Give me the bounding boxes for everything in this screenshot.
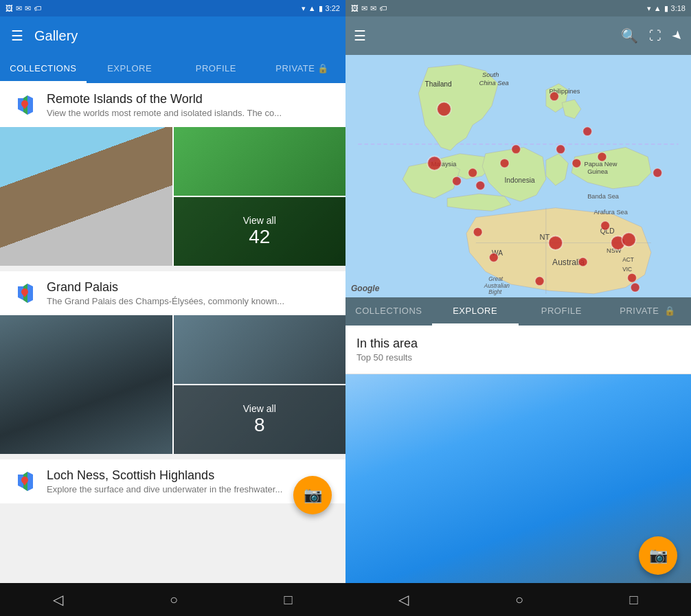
svg-point-46 [549, 236, 563, 249]
camera-icon-left: 📷 [304, 486, 322, 504]
view-all-count-palais: 8 [254, 414, 265, 436]
remote-islands-info: Remote Islands of the World View the wor… [47, 92, 335, 118]
grand-palais-desc: The Grand Palais des Champs-Élysées, com… [47, 296, 335, 306]
beach-image [0, 127, 172, 266]
svg-text:Indonesia: Indonesia [505, 176, 536, 184]
svg-point-39 [476, 181, 485, 190]
palais-main-photo[interactable] [0, 315, 172, 454]
palais-overlay-photo[interactable]: View all 8 [174, 385, 346, 454]
svg-text:Banda Sea: Banda Sea [587, 193, 620, 200]
camera-fab-left[interactable]: 📷 [293, 476, 332, 514]
map-fullscreen-icon[interactable]: ⛶ [649, 29, 661, 43]
grand-palais-info: Grand Palais The Grand Palais des Champs… [47, 280, 335, 306]
maps-icon-palais [11, 280, 38, 307]
loch-ness-desc: Explore the surface and dive underwater … [47, 484, 335, 494]
battery-icon: ▮ [319, 4, 323, 13]
tab-explore[interactable]: EXPLORE [87, 55, 173, 82]
collection-header-grand-palais: Grand Palais The Grand Palais des Champs… [0, 271, 346, 315]
r-mail-icon: ✉ [361, 4, 367, 13]
recent-button-right[interactable]: □ [630, 592, 638, 608]
remote-overlay-photo[interactable]: View all 42 [174, 197, 346, 266]
map-toolbar: ☰ 🔍 ⛶ ➤ [346, 16, 691, 55]
left-content-area: Remote Islands of the World View the wor… [0, 83, 346, 583]
loch-ness-title: Loch Ness, Scottish Highlands [47, 468, 335, 483]
map-navigate-icon[interactable]: ➤ [668, 27, 686, 45]
palais2-photo[interactable] [174, 315, 346, 384]
right-panel: 🖼 ✉ ✉ 🏷 ▾ ▲ ▮ 3:18 ☰ 🔍 ⛶ ➤ [346, 0, 691, 616]
svg-point-43 [598, 152, 607, 161]
r-battery-icon: ▮ [664, 4, 668, 13]
back-button-right[interactable]: ◁ [398, 591, 409, 608]
collections-scroll[interactable]: Remote Islands of the World View the wor… [0, 83, 346, 583]
back-button-left[interactable]: ◁ [53, 591, 63, 608]
camera-fab-right[interactable]: 📷 [639, 536, 677, 575]
right-content-area: 📷 ◁ ○ □ [346, 374, 691, 617]
grand-palais-grid: View all 8 [0, 315, 346, 454]
in-this-area-subtitle: Top 50 results [356, 352, 680, 363]
home-button-left[interactable]: ○ [170, 592, 178, 608]
svg-text:Guinea: Guinea [587, 168, 609, 175]
home-button-right[interactable]: ○ [515, 592, 523, 608]
right-status-right: ▾ ▲ ▮ 3:18 [647, 4, 686, 13]
palais2-image [174, 315, 346, 384]
svg-point-35 [550, 92, 558, 101]
remote-forest-photo[interactable] [174, 127, 346, 196]
right-lock-icon: 🔒 [664, 306, 676, 316]
svg-point-41 [556, 145, 565, 154]
svg-point-37 [500, 159, 509, 168]
tag-icon: 🏷 [34, 4, 41, 12]
recent-button-left[interactable]: □ [284, 592, 293, 608]
map-toolbar-right: 🔍 ⛶ ➤ [621, 27, 683, 44]
maps-icon-remote [11, 91, 38, 119]
collection-card-grand-palais: Grand Palais The Grand Palais des Champs… [0, 271, 346, 454]
green-image [174, 127, 346, 196]
mail2-icon: ✉ [25, 4, 31, 13]
grand-palais-title: Grand Palais [47, 280, 335, 295]
collection-header-remote-islands: Remote Islands of the World View the wor… [0, 83, 346, 127]
gallery-title: Gallery [34, 28, 335, 44]
svg-text:Thailand: Thailand [425, 80, 452, 88]
left-nav-bar: ◁ ○ □ [0, 583, 346, 616]
right-tab-private[interactable]: PRIVATE 🔒 [604, 297, 691, 324]
right-tab-explore[interactable]: EXPLORE [432, 297, 519, 324]
menu-icon[interactable]: ☰ [11, 27, 23, 44]
tab-private[interactable]: PRIVATE 🔒 [259, 55, 346, 82]
view-all-overlay-palais[interactable]: View all 8 [174, 385, 346, 454]
r-tag-icon: 🏷 [379, 4, 387, 12]
r-wifi-icon: ▾ [647, 4, 651, 13]
tab-profile[interactable]: PROFILE [173, 55, 260, 82]
r-time-display: 3:18 [671, 4, 686, 12]
svg-text:NT: NT [540, 233, 550, 241]
right-status-icons: 🖼 ✉ ✉ 🏷 [351, 4, 387, 13]
svg-text:Arafura Sea: Arafura Sea [593, 209, 628, 216]
loch-ness-info: Loch Ness, Scottish Highlands Explore th… [47, 468, 335, 494]
map-area[interactable]: Thailand South China Sea Philippines Mal… [346, 55, 691, 297]
palais-main-image [0, 315, 172, 454]
map-menu-icon[interactable]: ☰ [354, 27, 366, 44]
left-toolbar: ☰ Gallery [0, 16, 346, 55]
remote-beach-photo[interactable] [0, 127, 172, 266]
tab-collections[interactable]: COLLECTIONS [0, 55, 87, 82]
maps-icon-loch [11, 468, 38, 495]
left-status-icons: 🖼 ✉ ✉ 🏷 [5, 4, 41, 13]
svg-text:Papua New: Papua New [585, 161, 618, 168]
svg-point-47 [601, 221, 610, 230]
svg-point-53 [535, 277, 544, 286]
svg-point-38 [468, 168, 477, 177]
map-toolbar-left: ☰ [354, 27, 366, 44]
svg-text:ACT: ACT [622, 256, 634, 263]
area-photo-preview [346, 374, 691, 617]
svg-point-44 [473, 227, 482, 236]
remote-islands-grid: View all 42 [0, 127, 346, 266]
right-tab-profile[interactable]: PROFILE [519, 297, 605, 324]
notification-icon: 🖼 [5, 4, 13, 12]
mail-icon: ✉ [16, 4, 22, 13]
view-all-overlay-remote[interactable]: View all 42 [174, 197, 346, 266]
right-tab-collections[interactable]: COLLECTIONS [346, 297, 432, 324]
map-search-icon[interactable]: 🔍 [621, 27, 638, 44]
in-this-area-section: In this area Top 50 results [346, 326, 691, 374]
right-nav-bar: ◁ ○ □ [346, 583, 691, 616]
svg-point-36 [512, 145, 521, 154]
time-display: 3:22 [326, 4, 340, 12]
collection-card-remote-islands: Remote Islands of the World View the wor… [0, 83, 346, 266]
